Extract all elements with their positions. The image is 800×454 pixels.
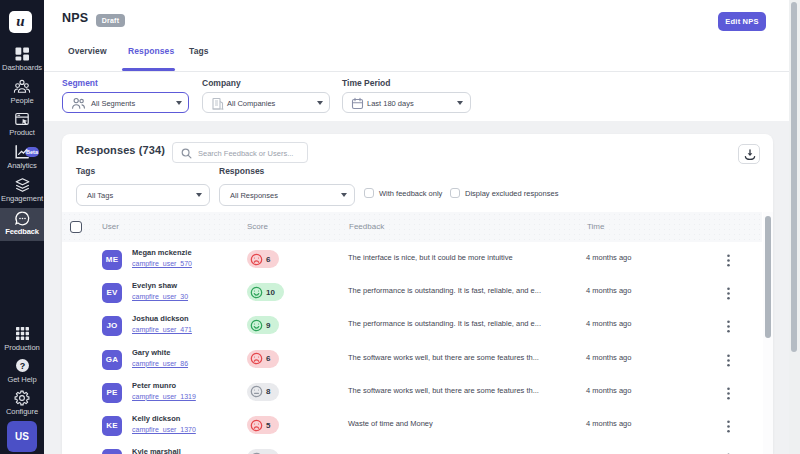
svg-text:?: ? — [19, 360, 25, 370]
